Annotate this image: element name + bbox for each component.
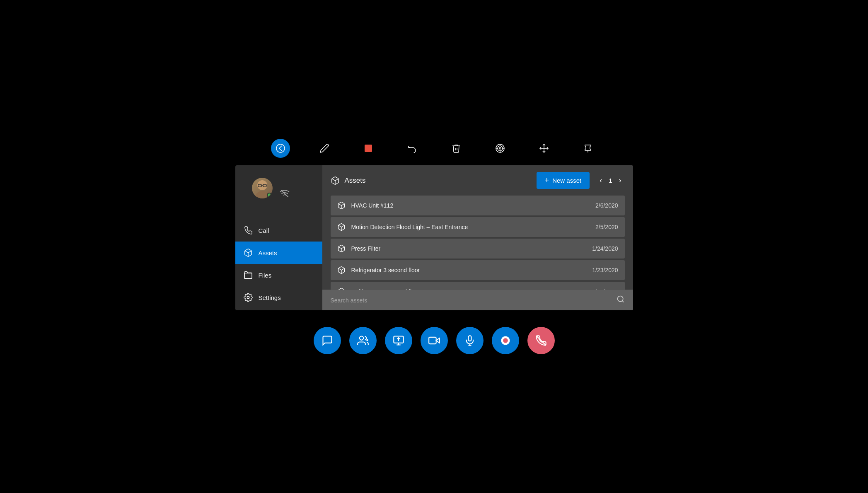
video-button[interactable] (421, 327, 448, 354)
mic-button[interactable] (456, 327, 484, 354)
chat-button[interactable] (314, 327, 341, 354)
svg-rect-39 (468, 336, 471, 341)
asset-item-0[interactable]: HVAC Unit #112 2/6/2020 (331, 196, 625, 215)
asset-item-3[interactable]: Refrigerator 3 second floor 1/23/2020 (331, 260, 625, 280)
asset-icon-1 (337, 223, 346, 231)
search-input[interactable] (331, 297, 617, 304)
svg-point-30 (359, 336, 363, 340)
asset-date-3: 1/23/2020 (592, 267, 618, 273)
svg-point-21 (247, 296, 249, 299)
settings-icon (244, 293, 253, 302)
participants-button[interactable] (349, 327, 377, 354)
svg-marker-37 (436, 338, 439, 343)
undo-button[interactable] (403, 139, 422, 158)
asset-icon-3 (337, 266, 346, 274)
sidebar-item-settings[interactable]: Settings (235, 286, 322, 309)
asset-name-2: Press Filter (351, 245, 381, 252)
search-icon (617, 295, 625, 305)
asset-date-0: 2/6/2020 (595, 202, 618, 209)
plus-icon: + (545, 176, 549, 185)
new-asset-button[interactable]: + New asset (537, 172, 590, 189)
svg-line-29 (622, 301, 624, 302)
files-icon (244, 271, 253, 280)
asset-date-2: 1/24/2020 (592, 245, 618, 252)
svg-point-28 (617, 296, 623, 302)
sidebar: Call Assets Files (235, 165, 322, 310)
content-panel: Assets + New asset ‹ 1 › (322, 165, 633, 310)
pin-button[interactable] (578, 139, 597, 158)
svg-point-43 (503, 338, 508, 343)
main-area: Call Assets Files (235, 165, 633, 310)
assets-heading: Assets (345, 176, 366, 185)
asset-icon-2 (337, 244, 346, 253)
sidebar-assets-label: Assets (259, 249, 277, 256)
sidebar-top (235, 174, 322, 219)
assets-header: Assets + New asset ‹ 1 › (322, 165, 633, 196)
sidebar-item-files[interactable]: Files (235, 264, 322, 286)
asset-icon-0 (337, 201, 346, 210)
wifi-icon (279, 188, 290, 201)
sidebar-item-call[interactable]: Call (235, 219, 322, 242)
bottom-action-bar (314, 327, 555, 354)
share-screen-button[interactable] (385, 327, 412, 354)
phone-icon (244, 226, 253, 235)
svg-rect-20 (244, 273, 251, 278)
sidebar-nav: Call Assets Files (235, 219, 322, 309)
asset-name-3: Refrigerator 3 second floor (351, 267, 420, 273)
next-page-button[interactable]: › (616, 174, 625, 186)
stop-button[interactable] (359, 139, 378, 158)
svg-point-13 (257, 180, 267, 190)
asset-name-1: Motion Detection Flood Light – East Entr… (351, 224, 468, 230)
asset-date-1: 2/5/2020 (595, 224, 618, 230)
header-right: + New asset ‹ 1 › (537, 172, 625, 189)
svg-point-0 (276, 144, 285, 152)
online-status-dot (267, 193, 272, 198)
asset-item-1[interactable]: Motion Detection Flood Light – East Entr… (331, 217, 625, 237)
assets-icon (244, 248, 253, 257)
new-asset-label: New asset (552, 177, 581, 184)
svg-point-3 (498, 146, 503, 151)
asset-item-4[interactable]: Refrigerator 2 second floor 1/21/2020 (331, 282, 625, 290)
assets-title-group: Assets (331, 176, 366, 185)
sidebar-settings-label: Settings (259, 294, 281, 301)
sidebar-call-label: Call (259, 227, 269, 234)
assets-header-icon (331, 176, 340, 185)
record-button[interactable] (492, 327, 519, 354)
svg-rect-1 (365, 145, 372, 152)
end-call-button[interactable] (527, 327, 555, 354)
sidebar-files-label: Files (259, 272, 272, 279)
avatar (252, 178, 273, 198)
svg-point-4 (499, 147, 501, 149)
delete-button[interactable] (447, 139, 466, 158)
top-toolbar (227, 139, 641, 158)
back-button[interactable] (271, 139, 290, 158)
asset-item-2[interactable]: Press Filter 1/24/2020 (331, 239, 625, 259)
sidebar-item-assets[interactable]: Assets (235, 242, 322, 264)
prev-page-button[interactable]: ‹ (596, 174, 605, 186)
pen-button[interactable] (315, 139, 334, 158)
move-button[interactable] (534, 139, 554, 158)
target-button[interactable] (491, 139, 510, 158)
pagination: ‹ 1 › (596, 174, 624, 186)
asset-name-0: HVAC Unit #112 (351, 202, 394, 209)
search-bar (322, 290, 633, 310)
page-number: 1 (609, 177, 612, 184)
asset-list: HVAC Unit #112 2/6/2020 Motion Detection… (322, 196, 633, 290)
svg-rect-38 (429, 337, 436, 344)
